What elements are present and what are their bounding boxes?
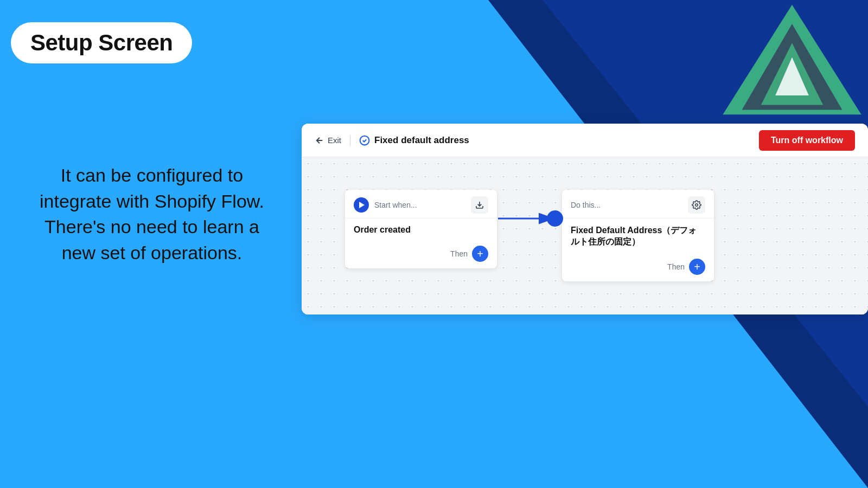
- play-icon: [354, 197, 369, 213]
- start-card-footer: Then +: [345, 241, 497, 268]
- action-card-title: Do this...: [571, 201, 601, 209]
- start-card-title: Start when...: [374, 201, 417, 209]
- start-card-body: Order created: [345, 219, 497, 241]
- start-card-download-icon[interactable]: [471, 196, 488, 214]
- description-text: It can be configured to integrate with S…: [22, 163, 282, 266]
- flow-panel: Exit Fixed default address Turn off work…: [302, 124, 868, 314]
- toolbar-separator: [350, 135, 350, 146]
- svg-point-7: [695, 204, 698, 207]
- action-card-value: Fixed Default Address（デフォルト住所の固定）: [571, 226, 697, 246]
- flow-canvas: Start when... Order created Then +: [302, 157, 868, 314]
- action-then-label: Then: [667, 262, 685, 271]
- start-card-header: Start when...: [345, 190, 497, 219]
- turn-off-workflow-button[interactable]: Turn off workflow: [759, 130, 855, 151]
- start-card: Start when... Order created Then +: [345, 190, 497, 268]
- exit-icon: [315, 136, 324, 145]
- start-add-button[interactable]: +: [472, 246, 488, 262]
- check-circle-icon: [359, 135, 370, 146]
- start-card-value: Order created: [354, 225, 411, 234]
- start-then-label: Then: [450, 249, 468, 258]
- vue-logo: [716, 0, 868, 119]
- action-card-header: Do this...: [562, 190, 714, 219]
- action-add-button[interactable]: +: [689, 259, 705, 275]
- workflow-name: Fixed default address: [359, 135, 469, 146]
- setup-screen-title: Setup Screen: [30, 30, 173, 55]
- action-card: Do this... Fixed Default Address（デフォルト住所…: [562, 190, 714, 281]
- left-description: It can be configured to integrate with S…: [0, 163, 304, 266]
- action-card-settings-icon[interactable]: [688, 196, 705, 214]
- action-node: [547, 210, 563, 227]
- flow-toolbar: Exit Fixed default address Turn off work…: [302, 124, 868, 157]
- workflow-title: Fixed default address: [374, 135, 469, 146]
- action-card-body: Fixed Default Address（デフォルト住所の固定）: [562, 219, 714, 254]
- svg-point-4: [360, 136, 369, 145]
- exit-label: Exit: [328, 136, 341, 145]
- action-card-footer: Then +: [562, 254, 714, 281]
- setup-screen-badge: Setup Screen: [11, 22, 192, 63]
- exit-button[interactable]: Exit: [315, 136, 341, 145]
